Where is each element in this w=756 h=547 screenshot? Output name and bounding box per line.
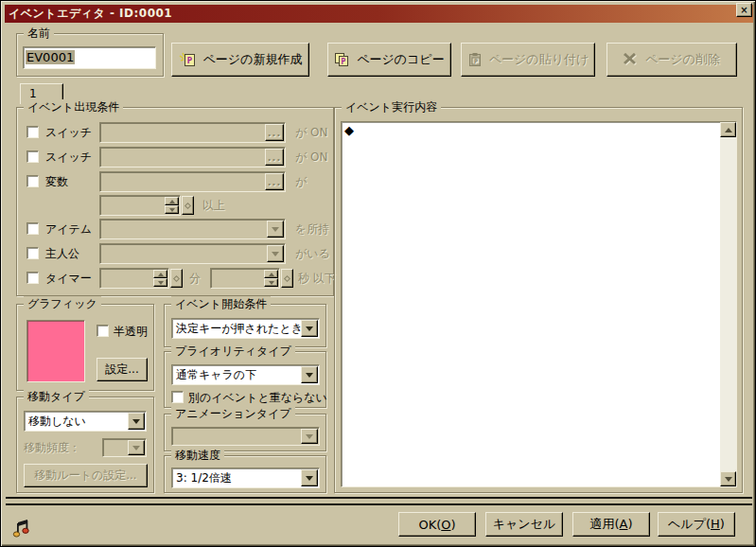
move-type-combobox[interactable]: 移動しない [24,411,147,432]
variable-browse-button[interactable]: ... [265,173,284,190]
start-condition-combobox[interactable]: 決定キーが押されたとき [171,318,320,339]
music-note-icon [10,517,33,539]
spin-up-icon[interactable] [153,270,167,278]
no-overlap-checkbox[interactable] [171,391,184,403]
command-cursor[interactable]: ◆ [344,123,354,137]
switch1-field[interactable]: ... [99,122,286,143]
move-speed-value: 3: 1/2倍速 [176,468,232,487]
event-editor-window: イベントエディタ - ID:0001 × 名前 EV0001 P ページの新規作… [0,0,756,547]
help-button[interactable]: ヘルプ(H) [658,512,735,537]
ok-button[interactable]: OK(O) [398,512,476,537]
divider [6,497,752,499]
hero-combo-arrow[interactable] [267,245,284,262]
copy-page-label: ページのコピー [357,51,445,68]
timer-seconds-spinner[interactable] [210,268,280,289]
close-icon: × [740,6,747,15]
priority-combo-arrow[interactable] [301,366,318,383]
timer-minutes-picker-button[interactable] [170,269,183,288]
chevron-down-icon [306,476,313,485]
variable-suffix: が [295,171,307,192]
command-list[interactable]: ◆ [341,121,737,487]
copy-page-icon: P [334,52,350,67]
new-page-label: ページの新規作成 [203,51,303,68]
spin-up-icon[interactable] [165,197,179,205]
paste-page-label: ページの貼り付け [489,51,589,68]
timer-seconds-picker-button[interactable] [281,269,293,288]
timer-checkbox[interactable] [26,272,39,284]
variable-value-spinner[interactable] [99,195,181,216]
move-speed-group-title: 移動速度 [171,448,224,464]
scroll-up-button[interactable] [720,122,736,137]
switch1-checkbox[interactable] [26,126,39,138]
graphic-preview[interactable] [26,320,85,382]
cancel-button[interactable]: キャンセル [485,512,563,537]
chevron-down-icon [272,227,279,236]
delete-page-button[interactable]: ページの削除 [607,43,737,77]
start-condition-group-title: イベント開始条件 [171,296,271,312]
switch2-suffix: が ON [295,147,328,168]
scroll-down-button[interactable] [720,471,736,486]
translucent-label: 半透明 [114,321,148,342]
priority-combobox[interactable]: 通常キャラの下 [171,364,320,385]
event-name-value: EV0001 [26,50,75,64]
timer-minutes-spinner[interactable] [99,268,169,289]
conditions-group: イベント出現条件 スイッチ ... が ON スイッチ ... が ON 変数 … [16,107,334,296]
switch2-label: スイッチ [45,147,92,168]
animation-combo-arrow[interactable] [301,429,318,444]
animation-combobox[interactable] [171,427,320,446]
animation-group-title: アニメーションタイプ [171,406,295,422]
chevron-down-icon [132,419,140,428]
hero-checkbox[interactable] [26,247,39,259]
graphic-settings-button[interactable]: 設定... [97,358,148,381]
spin-down-icon[interactable] [264,278,278,287]
move-speed-combobox[interactable]: 3: 1/2倍速 [171,468,320,488]
apply-button[interactable]: 適用(A) [572,512,650,537]
spin-down-icon[interactable] [165,205,179,214]
item-combo-arrow[interactable] [267,221,284,238]
move-route-label: 移動ルートの設定... [34,468,136,484]
spin-down-icon[interactable] [153,278,167,287]
start-condition-combo-arrow[interactable] [301,320,318,337]
switch2-checkbox[interactable] [26,150,39,163]
event-name-input[interactable]: EV0001 [23,46,156,69]
new-page-button[interactable]: P ページの新規作成 [171,43,309,77]
move-speed-combo-arrow[interactable] [301,469,318,486]
apply-button-label: 適用(A) [589,516,632,533]
graphic-group-title: グラフィック [24,296,101,312]
start-condition-group: イベント開始条件 決定キーが押されたとき [164,304,326,347]
timer-sec-suffix: 秒 以下 [298,268,336,289]
switch2-field[interactable]: ... [99,147,286,168]
chevron-down-icon [132,446,140,454]
item-combobox[interactable] [99,219,286,239]
commands-group: イベント実行内容 ◆ [334,107,743,493]
no-overlap-label: 別のイベントと重ならない [188,387,327,408]
move-type-combo-arrow[interactable] [128,413,145,430]
move-frequency-combobox[interactable] [102,438,147,457]
conditions-group-title: イベント出現条件 [24,99,123,115]
move-route-button[interactable]: 移動ルートの設定... [24,464,148,487]
delete-page-label: ページの削除 [645,51,720,68]
item-suffix: を所持 [295,219,329,239]
hero-combobox[interactable] [99,243,286,264]
switch2-browse-button[interactable]: ... [265,149,284,166]
variable-value-picker-button[interactable] [182,196,194,215]
translucent-checkbox[interactable] [97,325,109,337]
timer-min-suffix: 分 [189,268,201,289]
start-condition-value: 決定キーが押されたとき [176,319,303,338]
svg-text:P: P [474,58,478,65]
copy-page-button[interactable]: P ページのコピー [327,43,451,77]
spin-up-icon[interactable] [264,270,278,278]
close-button[interactable]: × [736,3,752,17]
command-list-scrollbar[interactable] [720,122,736,486]
switch1-browse-button[interactable]: ... [265,124,284,141]
move-type-value: 移動しない [28,412,86,431]
variable-field[interactable]: ... [99,171,286,192]
hero-suffix: がいる [295,243,330,264]
ok-button-label: OK(O) [418,518,455,532]
item-checkbox[interactable] [26,222,39,235]
move-frequency-combo-arrow[interactable] [128,440,145,455]
diamond-icon [173,274,180,281]
variable-checkbox[interactable] [26,175,39,187]
arrow-down-icon [725,477,732,485]
paste-page-button[interactable]: P ページの貼り付け [461,43,595,77]
